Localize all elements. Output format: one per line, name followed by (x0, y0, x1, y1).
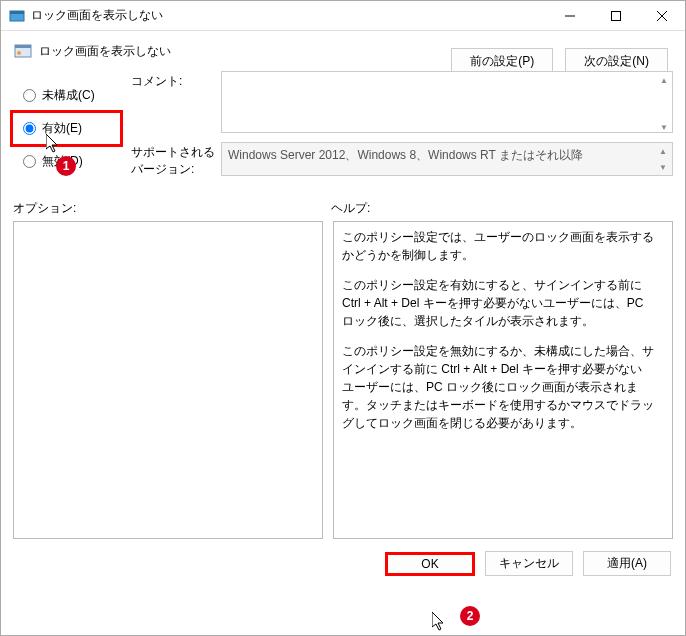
ok-button[interactable]: OK (385, 552, 475, 576)
help-text-2: このポリシー設定を有効にすると、サインインする前に Ctrl + Alt + D… (342, 276, 654, 330)
close-button[interactable] (639, 1, 685, 31)
annotation-badge-1: 1 (56, 156, 76, 176)
svg-rect-7 (15, 45, 31, 48)
comment-textarea[interactable] (221, 71, 673, 133)
window-title: ロック画面を表示しない (31, 7, 547, 24)
scroll-down-icon[interactable]: ▼ (656, 160, 670, 174)
apply-button[interactable]: 適用(A) (583, 551, 671, 576)
help-label: ヘルプ: (331, 200, 673, 217)
scroll-up-icon[interactable]: ▲ (657, 73, 671, 87)
cancel-button[interactable]: キャンセル (485, 551, 573, 576)
cursor-icon (432, 612, 446, 632)
help-text-1: このポリシー設定では、ユーザーのロック画面を表示するかどうかを制御します。 (342, 228, 654, 264)
subheader-title: ロック画面を表示しない (39, 43, 171, 60)
scroll-up-icon[interactable]: ▲ (656, 144, 670, 158)
radio-disabled-input[interactable] (23, 155, 36, 168)
radio-not-configured-label: 未構成(C) (42, 87, 95, 104)
radio-not-configured[interactable]: 未構成(C) (13, 87, 123, 104)
radio-enabled[interactable]: 有効(E) (13, 120, 118, 137)
help-text-3: このポリシー設定を無効にするか、未構成にした場合、サインインする前に Ctrl … (342, 342, 654, 432)
options-panel (13, 221, 323, 539)
version-text: Windows Server 2012、Windows 8、Windows RT… (228, 148, 583, 162)
comment-label: コメント: (131, 71, 221, 136)
svg-point-8 (17, 51, 21, 55)
help-panel: このポリシー設定では、ユーザーのロック画面を表示するかどうかを制御します。 この… (333, 221, 673, 539)
radio-enabled-input[interactable] (23, 122, 36, 135)
supported-version-box: Windows Server 2012、Windows 8、Windows RT… (221, 142, 673, 176)
radio-enabled-label: 有効(E) (42, 120, 82, 137)
annotation-badge-2: 2 (460, 606, 480, 626)
app-icon (9, 8, 25, 24)
title-bar: ロック画面を表示しない (1, 1, 685, 31)
version-label: サポートされるバージョン: (131, 142, 221, 178)
svg-rect-3 (612, 11, 621, 20)
maximize-button[interactable] (593, 1, 639, 31)
options-label: オプション: (13, 200, 331, 217)
minimize-button[interactable] (547, 1, 593, 31)
svg-rect-1 (10, 11, 24, 14)
radio-not-configured-input[interactable] (23, 89, 36, 102)
scroll-down-icon[interactable]: ▼ (657, 120, 671, 134)
policy-icon (13, 41, 33, 61)
